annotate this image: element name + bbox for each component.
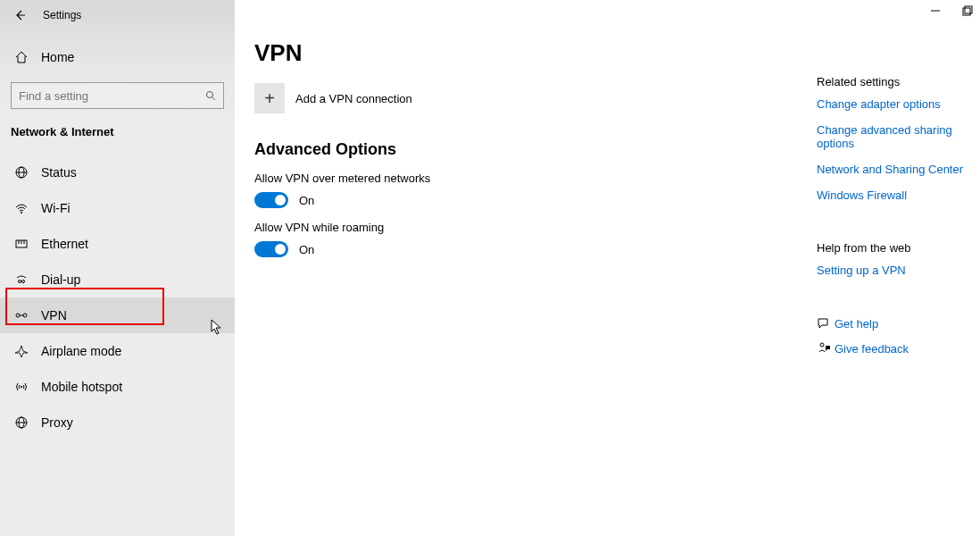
give-feedback-label: Give feedback	[835, 342, 909, 356]
nav-label: VPN	[41, 308, 67, 322]
link-setup-vpn[interactable]: Setting up a VPN	[817, 264, 974, 277]
wifi-icon	[12, 201, 30, 215]
nav-wifi[interactable]: Wi-Fi	[0, 190, 235, 226]
category-header: Network & Internet	[0, 109, 235, 147]
window-controls	[930, 5, 973, 16]
svg-point-11	[22, 281, 25, 283]
svg-point-12	[16, 314, 20, 317]
link-network-sharing-center[interactable]: Network and Sharing Center	[817, 163, 974, 176]
svg-rect-20	[963, 8, 970, 15]
nav-status[interactable]: Status	[0, 155, 235, 190]
link-adapter-options[interactable]: Change adapter options	[817, 97, 974, 111]
nav-label: Dial-up	[41, 272, 80, 287]
get-help-button[interactable]: Get help	[817, 316, 974, 331]
nav-label: Status	[41, 165, 77, 180]
svg-point-13	[23, 314, 27, 317]
chat-icon	[817, 316, 835, 331]
dialup-icon	[12, 272, 30, 287]
nav-airplane[interactable]: Airplane mode	[0, 333, 235, 369]
toggle-state: On	[299, 194, 314, 207]
minimize-button[interactable]	[930, 5, 941, 16]
toggle-roaming[interactable]	[254, 241, 288, 257]
svg-point-0	[207, 92, 213, 98]
svg-point-5	[21, 212, 22, 214]
titlebar: Settings	[0, 0, 235, 30]
svg-point-15	[21, 386, 22, 388]
nav-vpn[interactable]: VPN	[0, 297, 235, 333]
ethernet-icon	[12, 237, 30, 251]
status-icon	[12, 165, 30, 180]
add-vpn-label: Add a VPN connection	[295, 92, 412, 105]
sidebar: Settings Home Network & Internet Status …	[0, 0, 235, 536]
link-advanced-sharing[interactable]: Change advanced sharing options	[817, 123, 974, 150]
svg-line-1	[212, 97, 215, 100]
svg-point-22	[820, 343, 824, 347]
nav-hotspot[interactable]: Mobile hotspot	[0, 369, 235, 405]
arrow-left-icon	[13, 9, 26, 21]
nav-proxy[interactable]: Proxy	[0, 405, 235, 440]
feedback-icon	[817, 341, 835, 356]
back-button[interactable]	[11, 6, 29, 24]
proxy-icon	[12, 415, 30, 430]
help-header: Help from the web	[817, 241, 974, 255]
home-label: Home	[41, 50, 74, 64]
search-input[interactable]	[19, 89, 205, 103]
nav-label: Wi-Fi	[41, 201, 71, 215]
nav-list: Status Wi-Fi Ethernet Dial-up VPN Airpla…	[0, 155, 235, 440]
get-help-label: Get help	[835, 317, 878, 331]
home-icon	[12, 50, 30, 64]
nav-label: Airplane mode	[41, 344, 121, 358]
related-settings-header: Related settings	[817, 75, 974, 88]
window-title: Settings	[43, 9, 81, 21]
nav-label: Ethernet	[41, 237, 88, 251]
search-icon	[205, 90, 216, 101]
hotspot-icon	[12, 380, 30, 394]
vpn-icon	[12, 308, 30, 322]
give-feedback-button[interactable]: Give feedback	[817, 341, 974, 356]
page-title: VPN	[254, 39, 980, 67]
plus-icon: +	[254, 83, 285, 113]
airplane-icon	[12, 344, 30, 358]
nav-label: Mobile hotspot	[41, 380, 122, 394]
nav-ethernet[interactable]: Ethernet	[0, 226, 235, 262]
toggle-state: On	[299, 243, 314, 256]
svg-rect-21	[965, 6, 972, 13]
nav-label: Proxy	[41, 415, 73, 430]
right-column: Related settings Change adapter options …	[817, 75, 974, 366]
svg-point-10	[19, 281, 21, 283]
toggle-metered[interactable]	[254, 192, 288, 208]
search-box[interactable]	[11, 82, 224, 109]
nav-dialup[interactable]: Dial-up	[0, 262, 235, 297]
maximize-button[interactable]	[962, 5, 973, 16]
link-windows-firewall[interactable]: Windows Firewall	[817, 188, 974, 202]
sidebar-home[interactable]: Home	[0, 39, 235, 75]
